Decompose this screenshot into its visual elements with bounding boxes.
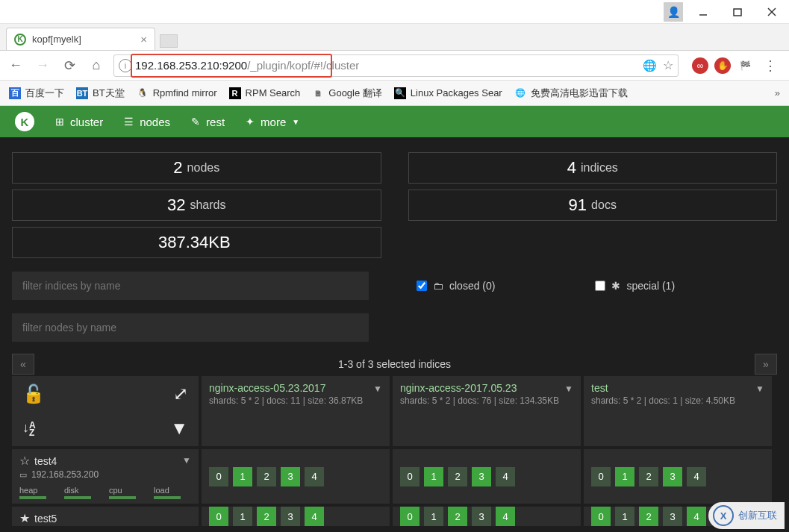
special-checkbox[interactable]: ✱special (1) bbox=[595, 280, 675, 292]
shard-box[interactable]: 3 bbox=[281, 467, 300, 486]
bookmark-item[interactable]: 百百度一下 bbox=[9, 87, 64, 100]
minimize-button[interactable] bbox=[686, 1, 720, 23]
shard-box[interactable]: 3 bbox=[281, 507, 300, 526]
stat-indices: 4indices bbox=[408, 152, 778, 184]
pager-next-button[interactable]: » bbox=[755, 354, 777, 375]
home-button[interactable]: ⌂ bbox=[87, 57, 106, 73]
maximize-button[interactable] bbox=[720, 1, 755, 23]
grid-tools: 🔓 ⤢ ↓AZ ▼ bbox=[12, 376, 199, 446]
shard-box[interactable]: 2 bbox=[257, 467, 276, 486]
chevron-down-icon[interactable]: ▼ bbox=[373, 384, 382, 394]
node-cell[interactable]: ☆test4 ▭192.168.253.200 ▼ heap disk cpu … bbox=[12, 449, 199, 504]
shard-box[interactable]: 1 bbox=[615, 507, 634, 526]
shard-box[interactable]: 2 bbox=[448, 507, 467, 526]
bookmark-icon: 🔍 bbox=[394, 87, 406, 99]
bookmark-icon: R bbox=[229, 87, 241, 99]
bookmark-icon: BT bbox=[76, 87, 88, 99]
shard-cell: 01234 bbox=[393, 449, 581, 504]
shard-box[interactable]: 1 bbox=[424, 467, 443, 486]
browser-tab[interactable]: K kopf[myelk] × bbox=[6, 28, 155, 50]
bookmark-item[interactable]: RRPM Search bbox=[229, 87, 301, 99]
shard-box[interactable]: 2 bbox=[257, 507, 276, 526]
svg-rect-1 bbox=[734, 9, 741, 16]
shard-box[interactable]: 2 bbox=[639, 467, 658, 486]
asterisk-icon: ✱ bbox=[611, 280, 620, 292]
address-bar[interactable]: i 192.168.253.210:9200/_plugin/kopf/#!/c… bbox=[113, 54, 679, 77]
closed-checkbox[interactable]: 🗀closed (0) bbox=[417, 280, 495, 292]
user-icon[interactable]: 👤 bbox=[664, 2, 683, 22]
shard-box[interactable]: 4 bbox=[687, 467, 706, 486]
reload-button[interactable]: ⟳ bbox=[60, 57, 79, 74]
shard-box[interactable]: 3 bbox=[472, 467, 491, 486]
extension-icon-3[interactable]: 🏁 bbox=[737, 57, 753, 74]
menu-icon[interactable]: ⋮ bbox=[764, 57, 777, 74]
shard-box[interactable]: 1 bbox=[233, 507, 252, 526]
chevron-down-icon[interactable]: ▼ bbox=[755, 384, 764, 394]
forward-button[interactable]: → bbox=[33, 57, 52, 73]
nav-rest[interactable]: ✎rest bbox=[191, 116, 225, 128]
url-path: /_plugin/kopf/ bbox=[247, 59, 314, 72]
shard-cell: 01234 bbox=[393, 507, 581, 526]
new-tab-button[interactable] bbox=[160, 34, 178, 48]
close-window-button[interactable] bbox=[755, 1, 789, 23]
shard-box[interactable]: 0 bbox=[591, 467, 611, 486]
tab-close-icon[interactable]: × bbox=[140, 33, 147, 46]
index-header[interactable]: nginx-access-2017.05.23 shards: 5 * 2 | … bbox=[393, 376, 581, 446]
shard-box[interactable]: 0 bbox=[209, 507, 228, 526]
edit-icon: ✎ bbox=[191, 116, 200, 128]
chevron-down-icon[interactable]: ▼ bbox=[182, 455, 191, 466]
load-meter bbox=[154, 496, 181, 499]
extension-icon-1[interactable]: ∞ bbox=[692, 57, 708, 74]
sort-dir-icon[interactable]: ▼ bbox=[170, 418, 188, 439]
pager-prev-button[interactable]: « bbox=[12, 354, 34, 375]
shard-cell: 01234 bbox=[202, 449, 390, 504]
shard-box[interactable]: 0 bbox=[400, 467, 420, 486]
bookmark-item[interactable]: 🌐免费高清电影迅雷下载 bbox=[514, 87, 628, 100]
index-header[interactable]: test shards: 5 * 2 | docs: 1 | size: 4.5… bbox=[584, 376, 772, 446]
bookmarks-overflow-icon[interactable]: » bbox=[775, 87, 780, 98]
nav-more[interactable]: ✦more▼ bbox=[246, 116, 299, 128]
shard-box[interactable]: 2 bbox=[448, 467, 467, 486]
stat-size: 387.34KB bbox=[12, 227, 381, 258]
shard-box[interactable]: 4 bbox=[305, 467, 324, 486]
index-header[interactable]: nginx-access-05.23.2017 shards: 5 * 2 | … bbox=[202, 376, 390, 446]
bookmark-star-icon[interactable]: ☆ bbox=[663, 58, 673, 72]
shard-box[interactable]: 2 bbox=[639, 507, 658, 526]
extension-icon-2[interactable]: ✋ bbox=[714, 57, 731, 74]
translate-icon[interactable]: 🌐 bbox=[643, 59, 657, 72]
unlock-icon[interactable]: 🔓 bbox=[22, 384, 45, 404]
shard-box[interactable]: 3 bbox=[663, 467, 682, 486]
shard-box[interactable]: 4 bbox=[496, 507, 515, 526]
nav-nodes[interactable]: ☰nodes bbox=[124, 116, 170, 128]
shard-box[interactable]: 4 bbox=[305, 507, 324, 526]
kopf-favicon: K bbox=[14, 34, 26, 46]
bookmark-item[interactable]: BTBT天堂 bbox=[76, 87, 125, 100]
expand-icon[interactable]: ⤢ bbox=[173, 384, 188, 404]
shard-box[interactable]: 0 bbox=[591, 507, 611, 526]
pager: « 1-3 of 3 selected indices » bbox=[12, 358, 777, 370]
node-cell[interactable]: ★test5 bbox=[12, 507, 199, 526]
sort-az-icon[interactable]: ↓AZ bbox=[22, 420, 36, 436]
nav-cluster[interactable]: ⊞cluster bbox=[55, 116, 103, 128]
shard-box[interactable]: 1 bbox=[233, 467, 252, 486]
chevron-down-icon[interactable]: ▼ bbox=[564, 384, 573, 394]
shard-box[interactable]: 0 bbox=[209, 467, 228, 486]
bookmark-item[interactable]: 🔍Linux Packages Sear bbox=[394, 87, 502, 99]
bookmark-item[interactable]: 🗎Google 翻译 bbox=[312, 87, 382, 100]
filter-nodes-input[interactable] bbox=[12, 313, 369, 342]
shard-box[interactable]: 0 bbox=[400, 507, 420, 526]
back-button[interactable]: ← bbox=[6, 57, 25, 73]
filter-indices-input[interactable] bbox=[12, 272, 369, 300]
bookmark-item[interactable]: 🐧Rpmfind mirror bbox=[137, 87, 217, 99]
url-hash: #!/cluster bbox=[314, 59, 359, 72]
shard-box[interactable]: 1 bbox=[424, 507, 443, 526]
cpu-meter bbox=[109, 496, 136, 499]
shard-box[interactable]: 3 bbox=[663, 507, 682, 526]
site-info-icon[interactable]: i bbox=[119, 59, 132, 72]
shard-box[interactable]: 1 bbox=[615, 467, 634, 486]
shard-box[interactable]: 4 bbox=[496, 467, 515, 486]
kopf-logo[interactable]: K bbox=[15, 112, 34, 131]
stat-nodes: 2nodes bbox=[12, 152, 381, 184]
shard-box[interactable]: 4 bbox=[687, 507, 706, 526]
shard-box[interactable]: 3 bbox=[472, 507, 491, 526]
